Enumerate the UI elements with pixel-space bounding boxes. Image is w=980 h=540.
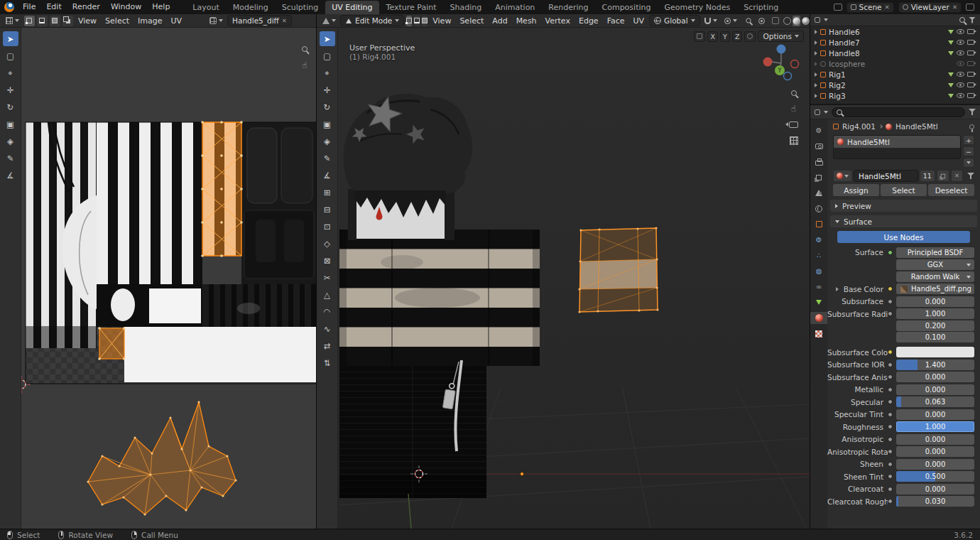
mirror-z-button[interactable]: Z — [732, 31, 743, 42]
uv-edge-select-button[interactable] — [37, 16, 48, 26]
filter-icon[interactable] — [969, 109, 976, 115]
material-slot-list[interactable]: Handle5Mtl — [833, 135, 961, 159]
ortho-toggle-icon[interactable] — [790, 136, 798, 145]
inset-faces-tool-icon[interactable]: ⊡ — [320, 219, 335, 234]
hide-eye-icon[interactable] — [957, 72, 964, 77]
vp-menu-vertex[interactable]: Vertex — [542, 14, 574, 28]
bevel-tool-icon[interactable]: ◇ — [320, 236, 335, 251]
uv-menu-uv[interactable]: UV — [168, 14, 186, 28]
render-visibility-icon[interactable] — [967, 40, 974, 45]
render-visibility-icon[interactable] — [967, 61, 974, 66]
uv-island-select-button[interactable] — [62, 16, 73, 26]
uv-vertex-select-button[interactable] — [24, 16, 35, 26]
proportional-editing-toggle[interactable] — [722, 18, 740, 24]
tab-view-layer[interactable] — [810, 171, 827, 183]
surface-shader-field[interactable]: Principled BSDF — [896, 247, 974, 258]
anisotropic-slider[interactable]: 0.000 — [896, 434, 974, 445]
subsurface-ior-slider[interactable]: 1.400 — [896, 360, 974, 370]
scale-tool-icon[interactable]: ▣ — [320, 117, 335, 131]
slot-specials-button[interactable] — [963, 158, 974, 168]
subsurface-color-swatch[interactable] — [896, 347, 974, 357]
workspace-tab-layout[interactable]: Layout — [186, 1, 225, 14]
outliner-row-handle6[interactable]: Handle6 — [810, 26, 980, 37]
cursor-tool-icon[interactable]: ⌖ — [3, 65, 18, 80]
tab-material[interactable] — [810, 312, 827, 324]
clearcoat-slider[interactable]: 0.000 — [896, 484, 974, 495]
expand-icon[interactable] — [815, 30, 817, 34]
mode-selector[interactable]: Edit Mode — [340, 15, 404, 26]
xray-toggle[interactable] — [769, 17, 782, 24]
tweak-tool-icon[interactable]: ➤ — [3, 31, 18, 46]
rotate-tool-icon[interactable]: ↻ — [320, 99, 335, 114]
mirror-x-button[interactable]: X — [707, 31, 718, 42]
tab-modifiers[interactable]: ⚙ — [810, 234, 827, 246]
render-visibility-icon[interactable] — [967, 93, 974, 98]
use-nodes-button[interactable]: Use Nodes — [837, 231, 970, 243]
filter-icon[interactable] — [967, 173, 974, 179]
unlink-scene-icon[interactable]: ✕ — [885, 4, 890, 11]
vertex-select-button[interactable] — [406, 16, 412, 26]
loop-cut-tool-icon[interactable]: ⊠ — [320, 253, 335, 268]
assign-button[interactable]: Assign — [833, 184, 879, 196]
spin-tool-icon[interactable]: ◠ — [320, 304, 335, 319]
select-box-tool-icon[interactable]: ▢ — [3, 48, 18, 63]
breadcrumb-object[interactable]: Rig4.001 — [842, 122, 876, 131]
move-tool-icon[interactable]: ✛ — [320, 82, 335, 97]
tweak-tool-icon[interactable]: ➤ — [320, 31, 335, 46]
browse-material-button[interactable] — [833, 170, 852, 182]
vp-menu-uv[interactable]: UV — [630, 14, 648, 28]
hide-eye-icon[interactable] — [957, 82, 964, 87]
render-visibility-icon[interactable] — [967, 50, 974, 55]
viewport-canvas[interactable] — [338, 28, 810, 529]
unlink-viewlayer-icon[interactable]: ✕ — [952, 4, 957, 11]
measure-tool-icon[interactable]: ∡ — [3, 168, 18, 183]
deselect-button[interactable]: Deselect — [928, 184, 974, 196]
uv-menu-image[interactable]: Image — [134, 14, 165, 28]
tab-output[interactable] — [810, 156, 827, 168]
pan-hand-icon[interactable]: ☝ — [302, 61, 307, 70]
menu-file[interactable]: File — [18, 0, 40, 14]
expand-icon[interactable] — [815, 62, 817, 66]
metallic-slider[interactable]: 0.000 — [896, 384, 974, 395]
tab-constraints[interactable]: ∞ — [810, 281, 827, 293]
browse-image-button[interactable] — [207, 17, 226, 24]
expand-icon[interactable] — [815, 83, 817, 87]
menu-window[interactable]: Window — [106, 0, 146, 14]
roughness-slider[interactable]: 1.000 — [896, 421, 974, 432]
render-visibility-icon[interactable] — [967, 29, 974, 34]
tab-world[interactable] — [810, 202, 827, 215]
material-name-field[interactable]: Handle5Mtl — [854, 170, 918, 182]
hide-eye-icon[interactable] — [957, 40, 964, 45]
preview-panel-header[interactable]: Preview — [830, 200, 977, 212]
rotate-tool-icon[interactable]: ↻ — [3, 99, 18, 114]
cursor-tool-icon[interactable]: ⌖ — [320, 65, 335, 80]
tab-object-data[interactable] — [810, 296, 827, 308]
anisotropic-rotation-slider[interactable]: 0.000 — [896, 446, 974, 457]
uv-menu-view[interactable]: View — [75, 14, 100, 28]
expand-icon[interactable] — [815, 51, 817, 55]
mirror-y-button[interactable]: Y — [720, 31, 730, 42]
select-box-tool-icon[interactable]: ▢ — [320, 48, 335, 63]
vp-menu-select[interactable]: Select — [456, 14, 487, 28]
show-gizmo-toggle[interactable] — [743, 18, 754, 23]
hide-eye-icon[interactable] — [957, 93, 964, 98]
shading-material-button[interactable] — [802, 16, 810, 26]
expand-icon[interactable] — [815, 40, 817, 45]
sheen-tint-slider[interactable]: 0.500 — [896, 471, 974, 482]
surface-panel-header[interactable]: Surface — [830, 215, 977, 227]
render-visibility-icon[interactable] — [967, 82, 974, 87]
specular-slider[interactable]: 0.063 — [896, 396, 974, 407]
pin-icon[interactable] — [969, 124, 974, 129]
hide-eye-icon[interactable] — [957, 61, 964, 66]
smooth-tool-icon[interactable]: ∿ — [320, 321, 335, 336]
menu-render[interactable]: Render — [67, 0, 105, 14]
outliner-row-rig2[interactable]: Rig2 — [810, 80, 980, 90]
options-dropdown[interactable]: Options — [758, 31, 804, 42]
add-cube-tool-icon[interactable]: ⊞ — [320, 185, 335, 200]
zoom-icon[interactable] — [302, 46, 307, 52]
edge-select-button[interactable] — [414, 16, 420, 26]
distribution-dropdown[interactable]: GGX — [896, 259, 974, 270]
workspace-tab-geometry-nodes[interactable]: Geometry Nodes — [658, 1, 736, 14]
vp-menu-edge[interactable]: Edge — [575, 14, 602, 28]
remove-slot-button[interactable]: − — [963, 146, 974, 156]
